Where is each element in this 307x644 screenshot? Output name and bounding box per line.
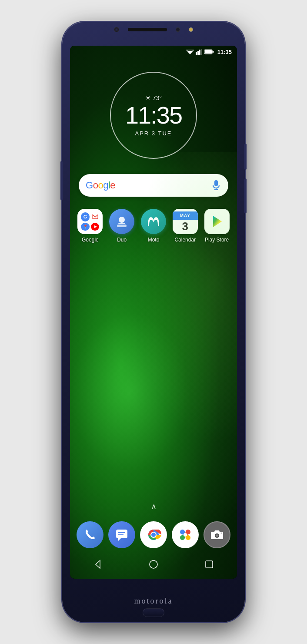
app-item-calendar[interactable]: MAY 3 Calendar — [170, 209, 200, 243]
dock-item-photos[interactable] — [170, 521, 200, 548]
svg-marker-31 — [96, 560, 100, 568]
weather-display: ☀ 73° — [145, 94, 162, 101]
chrome-icon — [140, 521, 167, 548]
app-item-google[interactable]: G 📍 — [75, 209, 105, 243]
dock-item-chrome[interactable] — [138, 521, 169, 548]
screen-bezel: 11:35 ☀ 73° 11:35 APR 3 TUE Google — [70, 46, 237, 579]
app-item-moto[interactable]: Moto — [138, 209, 169, 243]
power-button[interactable] — [60, 161, 63, 200]
svg-rect-7 — [205, 50, 212, 54]
fingerprint-sensor[interactable] — [143, 608, 164, 617]
svg-marker-0 — [187, 51, 193, 54]
svg-point-29 — [216, 535, 218, 537]
playstore-icon — [204, 209, 230, 234]
clock-time: 11:35 — [125, 103, 182, 127]
google-search-bar[interactable]: Google — [79, 174, 228, 197]
app-label-calendar: Calendar — [174, 237, 196, 243]
moto-icon — [141, 209, 166, 234]
svg-rect-4 — [199, 50, 200, 55]
motorola-logo: motorola — [134, 597, 173, 606]
status-time: 11:35 — [217, 49, 232, 55]
app-item-playstore[interactable]: Play Store — [202, 209, 232, 243]
status-icons: 11:35 — [186, 49, 232, 55]
battery-icon — [204, 49, 214, 54]
svg-marker-19 — [118, 538, 121, 541]
app-label-duo: Duo — [117, 237, 127, 243]
gmail-icon — [91, 212, 100, 221]
svg-rect-15 — [118, 223, 125, 224]
calendar-icon: MAY 3 — [173, 209, 198, 234]
phone-icon — [77, 521, 103, 548]
svg-point-26 — [184, 533, 187, 537]
photos-icon — [172, 521, 199, 548]
dock-item-camera[interactable] — [202, 521, 232, 548]
youtube-icon — [91, 223, 100, 231]
app-grid: G 📍 — [74, 209, 233, 243]
phone-device: 11:35 ☀ 73° 11:35 APR 3 TUE Google — [62, 22, 245, 622]
svg-point-14 — [119, 217, 125, 223]
dock-item-messages[interactable] — [107, 521, 137, 548]
duo-icon — [109, 209, 134, 234]
status-bar: 11:35 — [70, 46, 237, 58]
nav-back-button[interactable] — [89, 556, 107, 573]
svg-rect-5 — [201, 49, 202, 55]
app-item-duo[interactable]: Duo — [107, 209, 137, 243]
front-camera — [114, 27, 119, 32]
svg-point-30 — [220, 533, 222, 534]
dock-item-phone[interactable] — [75, 521, 105, 548]
google-folder-icon: G 📍 — [77, 209, 103, 234]
proximity-sensor — [176, 27, 180, 32]
nav-recents-button[interactable] — [200, 556, 218, 573]
volume-up-button[interactable] — [244, 144, 247, 170]
top-hardware — [114, 27, 193, 32]
svg-rect-9 — [214, 180, 218, 186]
svg-rect-3 — [197, 51, 199, 55]
maps-icon: 📍 — [81, 223, 90, 231]
dock — [74, 517, 233, 553]
signal-icon — [196, 49, 203, 55]
volume-down-button[interactable] — [244, 178, 247, 213]
svg-marker-17 — [213, 216, 222, 227]
app-label-playstore: Play Store — [205, 237, 229, 243]
google-logo: Google — [86, 180, 115, 191]
screen: 11:35 ☀ 73° 11:35 APR 3 TUE Google — [70, 46, 237, 579]
clock-widget: ☀ 73° 11:35 APR 3 TUE — [110, 72, 197, 159]
calendar-date-num: 3 — [182, 220, 188, 232]
messages-icon — [108, 521, 135, 548]
wifi-icon — [186, 49, 194, 55]
svg-rect-33 — [206, 561, 213, 568]
svg-rect-8 — [212, 51, 214, 53]
svg-point-32 — [150, 560, 157, 568]
nav-bar — [70, 553, 237, 575]
svg-point-25 — [151, 533, 156, 537]
swipe-up-indicator: ∧ — [151, 502, 157, 511]
nav-home-button[interactable] — [145, 556, 162, 573]
app-label-google: Google — [82, 237, 99, 243]
camera-icon — [204, 521, 230, 548]
app-label-moto: Moto — [148, 237, 160, 243]
svg-rect-16 — [117, 225, 127, 227]
earpiece-speaker — [128, 28, 167, 31]
flash-light — [189, 27, 193, 32]
voice-search-icon[interactable] — [211, 180, 221, 191]
svg-rect-18 — [116, 530, 127, 538]
phone-bottom: motorola — [62, 597, 245, 617]
clock-date: APR 3 TUE — [135, 130, 172, 137]
google-g-icon: G — [81, 212, 90, 221]
svg-rect-2 — [196, 52, 197, 55]
